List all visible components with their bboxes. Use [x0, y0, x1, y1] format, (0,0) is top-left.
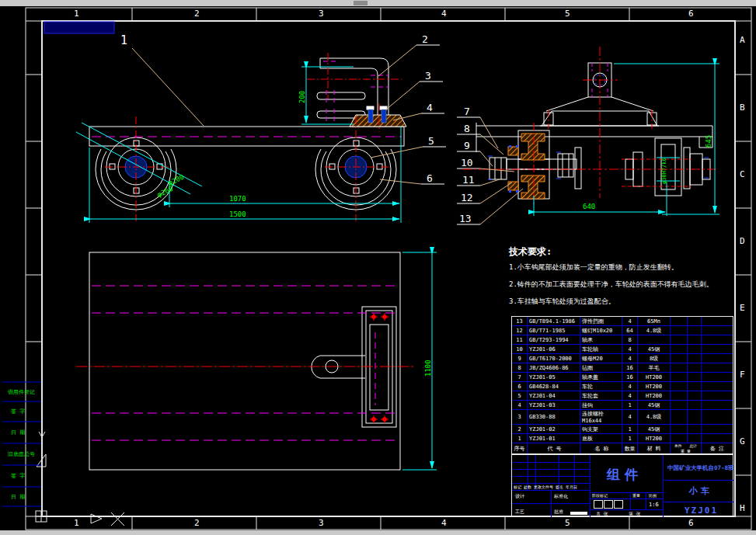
tb-approve-label: 批准 [554, 509, 563, 514]
tb-sheet-label: 共 张 [596, 512, 608, 516]
bom-header-weight: 单件 总计 重 量 [671, 443, 702, 453]
margin-oldmap-label: 旧底图总号 [8, 452, 35, 457]
bom-cell: 45钢 [638, 425, 671, 433]
bom-cell: 4.8级 [638, 410, 671, 424]
bom-cell [702, 317, 733, 325]
tb-process-label: 工艺 [515, 509, 524, 514]
bom-cell [702, 326, 733, 335]
bom-cell [688, 401, 702, 409]
bom-cell [688, 363, 702, 372]
bom-cell: 4 [512, 401, 528, 409]
tech-requirement-2: 2.铸件的不加工表面要处理干净，车轮处的表面不得有毛边毛刺。 [509, 281, 713, 288]
bom-cell [671, 434, 688, 443]
bom-cell: 4 [622, 382, 638, 391]
bom-cell: YZJ01-06 [528, 345, 580, 353]
dim-1500: 1500 [229, 211, 246, 218]
bom-cell: 4 [622, 317, 638, 325]
bom-cell [688, 335, 702, 344]
bom-cell: GB330-88 [528, 410, 580, 424]
tb-design-label: 设计 [515, 494, 524, 499]
callout-10: 10 [461, 158, 473, 168]
callout-13: 13 [459, 214, 472, 224]
bom-cell [671, 317, 688, 325]
bom-cell: 螺母M20 [580, 354, 622, 363]
bom-cell: YZJ01-04 [528, 391, 580, 400]
bom-cell: YZJ01-02 [528, 425, 580, 433]
bom-cell: 螺钉M10x20 [580, 326, 622, 335]
bom-cell [702, 354, 733, 363]
bom-cell: 45钢 [638, 345, 671, 353]
bom-cell [671, 335, 688, 344]
bom-cell [702, 425, 733, 433]
bom-header-row: 序号 代 号 名 称 数量 材 料 单件 总计 重 量 备 注 [512, 443, 733, 453]
bom-cell: 8级 [638, 354, 671, 363]
signature-mark [570, 512, 587, 515]
bom-cell: 10 [512, 345, 528, 353]
bom-row: 13GB/T894.1-1986弹性挡圈465Mn [512, 317, 733, 326]
bom-cell: 64 [622, 326, 638, 335]
margin-borrow-label: 借用件登记 [8, 390, 35, 395]
bom-cell: 16 [622, 373, 638, 381]
bom-cell [688, 326, 702, 335]
bom-cell [671, 425, 688, 433]
bom-cell: GB/T71-1985 [528, 326, 580, 335]
bom-cell: 挂钩 [580, 401, 622, 409]
margin-sign-label-1: 签 字 [11, 409, 25, 415]
margin-block-lines [2, 382, 41, 506]
margin-date-label-1: 日 期 [11, 430, 25, 436]
tb-scale-value: 1:6 [649, 502, 659, 508]
bom-cell: 4.8级 [638, 326, 671, 335]
bom-cell: 羊毛 [638, 363, 671, 372]
bom-row: 4YZJ01-03挂钩145钢 [512, 401, 733, 410]
bom-cell [671, 401, 688, 409]
ruler-top-4: 4 [441, 9, 447, 18]
callout-8: 8 [464, 123, 470, 134]
ruler-right-g: G [740, 437, 745, 446]
side-view [476, 63, 712, 199]
title-block: 标记 处数 更改文件号 签名 年月日 设计 标准化 工艺 批准 阶段标记 重量 … [511, 454, 733, 516]
bom-header-material: 材 料 [638, 443, 671, 453]
bom-cell: GB/T894.1-1986 [528, 317, 580, 325]
callout-3: 3 [425, 71, 431, 81]
bom-row: 10YZJ01-06车轮轴445钢 [512, 345, 733, 354]
bom-header-qty: 数量 [622, 443, 638, 453]
bom-cell: 车轮 [580, 382, 622, 391]
bom-header-name: 名 称 [580, 443, 622, 453]
bom-cell: 9 [512, 354, 528, 363]
callout-6: 6 [427, 173, 433, 183]
callout-9: 9 [464, 141, 470, 151]
bom-header-weight-label: 重 量 [671, 449, 701, 454]
bom-cell: 12 [512, 326, 528, 335]
ruler-bottom-2: 2 [194, 519, 200, 527]
bom-cell [702, 391, 733, 400]
bom-row: 1YZJ01-01底板1HT200 [512, 434, 733, 443]
bom-header-note: 备 注 [702, 443, 733, 453]
bom-cell [671, 391, 688, 400]
bom-cell [702, 434, 733, 443]
ruler-bottom-1: 1 [74, 519, 79, 527]
dim-645: 645 [705, 135, 712, 148]
tb-standardize-label: 标准化 [554, 494, 568, 499]
ruler-right-a: A [740, 36, 745, 44]
bom-cell: 5 [512, 391, 528, 400]
zone-box [44, 22, 114, 33]
bom-cell [688, 373, 702, 381]
bom-header-no: 序号 [512, 443, 528, 453]
ruler-top-3: 3 [319, 9, 324, 18]
tb-stage-label: 阶段标记 [592, 494, 608, 498]
bom-cell: 6 [512, 382, 528, 391]
bom-cell: 4 [622, 345, 638, 353]
bom-row: 11GB/T293-1994轴承8 [512, 335, 733, 345]
bom-cell: HT200 [638, 382, 671, 391]
tb-page-label: 第 张 [629, 512, 641, 516]
bom-cell [702, 335, 733, 344]
callout-7: 7 [464, 106, 470, 116]
ruler-right-c: C [740, 170, 745, 179]
bom-cell: 4 [622, 354, 638, 363]
dim-200: 200 [299, 91, 306, 103]
tb-part-name: 小车 [689, 487, 712, 495]
bom-cell: YZJ01-03 [528, 401, 580, 409]
front-view [89, 45, 480, 224]
bom-cell: GB/T6170-2000 [528, 354, 580, 363]
ruler-top-2: 2 [194, 9, 200, 18]
